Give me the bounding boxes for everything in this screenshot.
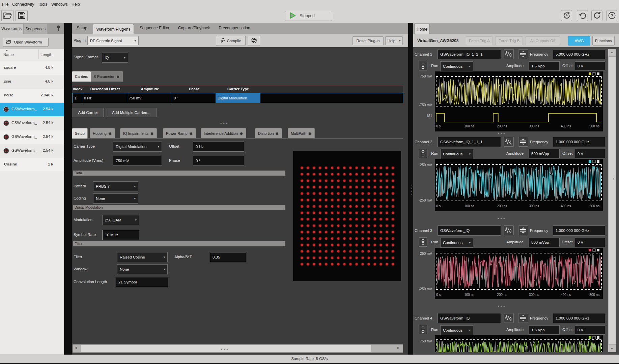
frequency-field[interactable]: 1.000 000 000 GHz xyxy=(553,137,605,147)
list-item[interactable]: sine4.8 k xyxy=(0,75,64,89)
list-item[interactable]: GSWaveform_2.54 k xyxy=(0,117,64,130)
offset-field[interactable]: 0 V xyxy=(575,238,605,247)
list-item[interactable]: GSWaveform_2.54 k xyxy=(0,130,64,144)
frequency-field[interactable]: 1.000 000 000 GHz xyxy=(553,225,605,236)
window-dropdown[interactable]: None ▾ xyxy=(117,264,168,274)
force-trig-a-button[interactable]: Force Trig A xyxy=(466,36,493,45)
tab-setup[interactable]: Setup xyxy=(74,26,90,30)
tab-carriers[interactable]: Carriers xyxy=(72,71,91,82)
tab-precompensation[interactable]: Precompensation xyxy=(215,26,254,30)
waveform-preview-icon[interactable] xyxy=(504,225,514,235)
marker-settings-icon[interactable] xyxy=(518,313,528,323)
scrollbar-thumb[interactable]: ••• xyxy=(81,345,371,352)
waveform-name-field[interactable]: GSWaveform_IQ_1_1_1 xyxy=(438,137,501,147)
awg-mode-button[interactable]: AWG xyxy=(568,36,590,46)
frequency-field[interactable]: 5.000 000 000 GHz xyxy=(553,49,605,59)
scroll-down-icon[interactable]: ▼ xyxy=(610,347,614,351)
amplitude-field[interactable]: 1.5 Vpp xyxy=(529,325,560,335)
refresh-button[interactable] xyxy=(591,10,602,21)
menu-file[interactable]: File xyxy=(2,2,8,7)
reset-plugin-button[interactable]: Reset Plug-in xyxy=(353,36,384,45)
marker-settings-icon[interactable] xyxy=(518,137,528,147)
phase-field[interactable]: 0 ° xyxy=(193,156,244,166)
modulation-dropdown[interactable]: 256 QAM ▾ xyxy=(102,215,139,225)
horizontal-scrollbar[interactable]: ◀ ••• ▶ xyxy=(73,344,403,353)
marker-settings-icon[interactable] xyxy=(518,225,528,235)
vertical-splitter[interactable]: ⋮⋮⋮ xyxy=(408,23,413,355)
list-item[interactable]: GSWaveform_2.54 k xyxy=(0,144,64,158)
signal-format-dropdown[interactable]: IQ ▾ xyxy=(102,53,128,63)
channel-separator-grip[interactable]: ••• xyxy=(498,304,506,309)
channel-separator-grip[interactable]: ••• xyxy=(498,131,506,136)
carrier-table-row[interactable]: 1 0 Hz 750 mV 0 ° Digital Modulation xyxy=(73,93,403,103)
all-outputs-off-button[interactable]: All Outputs Off xyxy=(526,36,560,45)
compile-button[interactable]: Compile xyxy=(216,36,246,46)
carrier-type-cell[interactable]: Digital Modulation xyxy=(216,93,260,103)
column-header-length[interactable]: Length xyxy=(40,53,52,57)
pattern-dropdown[interactable]: PRBS 7 ▾ xyxy=(93,181,138,191)
waveform-name-field[interactable]: GSWaveform_IQ_1_1_1 xyxy=(438,49,501,59)
plugin-dropdown[interactable]: RF Generic Signal ▾ xyxy=(87,36,139,45)
restore-setup-button[interactable] xyxy=(561,10,572,21)
waveform-name-field[interactable]: GSWaveform_IQ xyxy=(438,313,501,323)
filter-dropdown[interactable]: Raised Cosine ▾ xyxy=(117,252,168,262)
output-state-icon[interactable] xyxy=(419,61,427,70)
subtab-setup[interactable]: Setup xyxy=(72,128,88,139)
undo-button[interactable] xyxy=(577,10,588,21)
tab-waveforms[interactable]: Waveforms xyxy=(0,24,23,34)
scroll-left-icon[interactable]: ◀ xyxy=(75,346,77,350)
scrollbar-thumb[interactable]: ⋮ xyxy=(609,56,616,345)
menu-connectivity[interactable]: Connectivity xyxy=(12,2,34,7)
subtab-iq-impairments[interactable]: IQ Impairments xyxy=(120,128,157,139)
tab-capture-playback[interactable]: Capture/Playback xyxy=(175,26,213,30)
run-mode-dropdown[interactable]: Continuous▾ xyxy=(440,149,473,159)
run-mode-dropdown[interactable]: Continuous▾ xyxy=(440,61,473,71)
offset-field[interactable]: 0 V xyxy=(575,149,605,158)
coding-dropdown[interactable]: None ▾ xyxy=(93,193,138,204)
waveform-preview-icon[interactable] xyxy=(504,313,514,323)
open-waveform-button[interactable]: Open Waveform xyxy=(3,38,49,47)
column-header-name[interactable]: Name xyxy=(3,53,14,57)
tab-sequence-editor[interactable]: Sequence Editor xyxy=(137,26,172,30)
waveform-plot[interactable]: 0 s100 ns200 ns300 ns400 ns500 ns xyxy=(435,71,603,131)
waveform-preview-icon[interactable] xyxy=(504,49,514,59)
sort-desc-icon[interactable]: ▾ xyxy=(6,49,8,52)
pin-icon[interactable] xyxy=(56,25,61,32)
add-carrier-button[interactable]: Add Carrier xyxy=(73,108,104,117)
waveform-plot[interactable]: 0 s100 ns200 ns300 ns400 ns500 ns xyxy=(435,159,603,211)
list-item[interactable]: noise2.048 k xyxy=(0,89,64,103)
amplitude-field[interactable]: 1.5 Vpp xyxy=(529,61,560,71)
menu-tools[interactable]: Tools xyxy=(38,2,47,7)
section-resize-grip[interactable]: ••• xyxy=(220,121,229,126)
tab-s-parameter[interactable]: S-Parameter xyxy=(90,71,123,82)
waveform-plot[interactable]: 0 s100 ns200 ns300 ns400 ns500 ns xyxy=(435,248,603,299)
amplitude-field[interactable]: 500 mVpp xyxy=(529,238,560,247)
waveform-name-field[interactable]: GSWaveform_IQ xyxy=(438,225,501,236)
output-state-icon[interactable] xyxy=(419,325,427,334)
carrier-type-dropdown[interactable]: Digital Modulation ▾ xyxy=(113,142,162,152)
tab-sequences[interactable]: Sequences xyxy=(24,24,47,34)
convolution-length-field[interactable]: 21 Symbol xyxy=(116,277,168,287)
subtab-power-ramp[interactable]: Power Ramp xyxy=(163,128,196,139)
subtab-hopping[interactable]: Hopping xyxy=(90,128,115,139)
symbol-rate-field[interactable]: 10 MHz xyxy=(102,230,139,240)
help-menu-button[interactable]: Help ▾ xyxy=(385,36,403,45)
list-item[interactable]: square4.8 k xyxy=(0,61,64,75)
offset-field[interactable]: 0 V xyxy=(575,61,605,71)
amplitude-vrms-field[interactable]: 750 mV xyxy=(113,156,162,166)
functions-mode-button[interactable]: Functions xyxy=(592,36,615,46)
channel-separator-grip[interactable]: ••• xyxy=(498,216,506,221)
run-mode-dropdown[interactable]: Continuous▾ xyxy=(440,238,473,248)
waveform-plot[interactable] xyxy=(435,335,603,352)
scroll-right-icon[interactable]: ▶ xyxy=(397,346,400,350)
add-multiple-carriers-button[interactable]: Add Multiple Carriers.. xyxy=(106,108,157,117)
alpha-bt-field[interactable]: 0.35 xyxy=(210,252,246,262)
open-file-button[interactable] xyxy=(1,10,13,21)
subtab-distortion[interactable]: Distortion xyxy=(255,128,282,139)
list-item-selected[interactable]: GSWaveform_2.54 k xyxy=(0,103,64,117)
output-state-icon[interactable] xyxy=(419,149,427,158)
tab-waveform-plugins[interactable]: Waveform Plug-ins xyxy=(93,24,134,34)
plugin-settings-button[interactable] xyxy=(248,36,260,46)
tab-home[interactable]: Home xyxy=(414,24,430,34)
force-trig-b-button[interactable]: Force Trig B xyxy=(495,36,523,45)
